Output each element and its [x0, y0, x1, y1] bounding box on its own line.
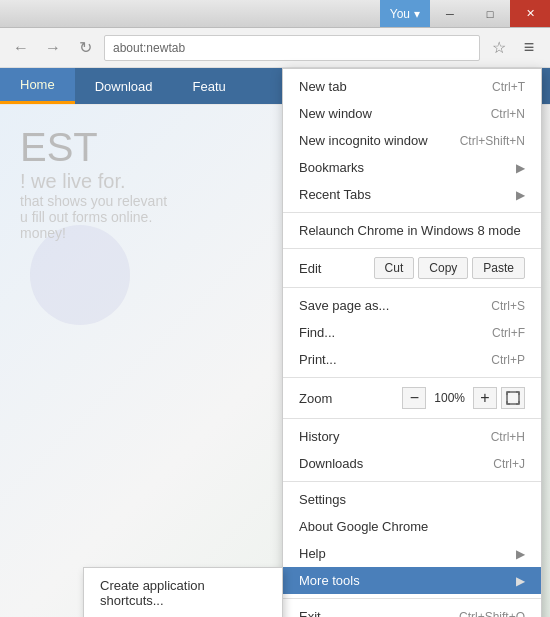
menu-item-bookmarks[interactable]: Bookmarks ▶ — [283, 154, 541, 181]
nav-tab-home[interactable]: Home — [0, 68, 75, 104]
menu-section-edit: Edit Cut Copy Paste — [283, 249, 541, 288]
menu-item-recent-tabs[interactable]: Recent Tabs ▶ — [283, 181, 541, 208]
menu-item-about[interactable]: About Google Chrome — [283, 513, 541, 540]
forward-button[interactable]: → — [40, 35, 66, 61]
menu-section-relaunch: Relaunch Chrome in Windows 8 mode — [283, 213, 541, 249]
submenu-section-1: Create application shortcuts... — [84, 568, 282, 617]
menu-item-new-tab[interactable]: New tab Ctrl+T — [283, 73, 541, 100]
menu-item-exit[interactable]: Exit Ctrl+Shift+Q — [283, 603, 541, 617]
hero-text: EST — [20, 125, 167, 170]
submenu-item-shortcuts[interactable]: Create application shortcuts... — [84, 572, 282, 614]
menu-item-print[interactable]: Print... Ctrl+P — [283, 346, 541, 373]
desc-text-2: u fill out forms online. — [20, 209, 167, 225]
copy-button[interactable]: Copy — [418, 257, 468, 279]
menu-item-downloads[interactable]: Downloads Ctrl+J — [283, 450, 541, 477]
zoom-plus-button[interactable]: + — [473, 387, 497, 409]
reload-button[interactable]: ↻ — [72, 35, 98, 61]
minimize-button[interactable]: ─ — [430, 0, 470, 27]
menu-item-help[interactable]: Help ▶ — [283, 540, 541, 567]
window-controls: ─ □ ✕ — [430, 0, 550, 27]
menu-section-history: History Ctrl+H Downloads Ctrl+J — [283, 419, 541, 482]
address-bar[interactable]: about:newtab — [104, 35, 480, 61]
zoom-fullscreen-button[interactable] — [501, 387, 525, 409]
maximize-button[interactable]: □ — [470, 0, 510, 27]
cut-button[interactable]: Cut — [374, 257, 415, 279]
close-button[interactable]: ✕ — [510, 0, 550, 27]
zoom-row: Zoom − 100% + — [283, 382, 541, 414]
menu-item-history[interactable]: History Ctrl+H — [283, 423, 541, 450]
menu-item-settings[interactable]: Settings — [283, 486, 541, 513]
more-tools-submenu: Create application shortcuts... Extensio… — [83, 567, 283, 617]
menu-item-relaunch[interactable]: Relaunch Chrome in Windows 8 mode — [283, 217, 541, 244]
back-button[interactable]: ← — [8, 35, 34, 61]
bookmark-star-icon[interactable]: ☆ — [486, 35, 512, 61]
sub-text: ! we live for. — [20, 170, 167, 193]
menu-item-save-page[interactable]: Save page as... Ctrl+S — [283, 292, 541, 319]
menu-item-find[interactable]: Find... Ctrl+F — [283, 319, 541, 346]
paste-button[interactable]: Paste — [472, 257, 525, 279]
svg-rect-0 — [507, 392, 519, 404]
user-profile[interactable]: You ▾ — [380, 0, 430, 27]
browser-toolbar: ← → ↻ about:newtab ☆ ≡ — [0, 28, 550, 68]
nav-tab-features[interactable]: Featu — [173, 68, 246, 104]
chrome-menu-icon[interactable]: ≡ — [516, 35, 542, 61]
nav-tab-download[interactable]: Download — [75, 68, 173, 104]
menu-section-new: New tab Ctrl+T New window Ctrl+N New inc… — [283, 69, 541, 213]
title-bar: You ▾ ─ □ ✕ — [0, 0, 550, 28]
hero-text-block: EST ! we live for. that shows you releva… — [20, 125, 167, 241]
user-label: You — [390, 7, 410, 21]
zoom-minus-button[interactable]: − — [402, 387, 426, 409]
toolbar-icons: ☆ ≡ — [486, 35, 542, 61]
user-dropdown-icon: ▾ — [414, 7, 420, 21]
desc-text-1: that shows you relevant — [20, 193, 167, 209]
menu-item-incognito[interactable]: New incognito window Ctrl+Shift+N — [283, 127, 541, 154]
url-text: about:newtab — [113, 41, 185, 55]
chrome-dropdown-menu: New tab Ctrl+T New window Ctrl+N New inc… — [282, 68, 542, 617]
menu-section-exit: Exit Ctrl+Shift+Q — [283, 599, 541, 617]
menu-item-new-window[interactable]: New window Ctrl+N — [283, 100, 541, 127]
menu-section-settings: Settings About Google Chrome Help ▶ More… — [283, 482, 541, 599]
desc-text-3: money! — [20, 225, 167, 241]
menu-section-zoom: Zoom − 100% + — [283, 378, 541, 419]
menu-section-page: Save page as... Ctrl+S Find... Ctrl+F Pr… — [283, 288, 541, 378]
menu-item-more-tools[interactable]: More tools ▶ Create application shortcut… — [283, 567, 541, 594]
edit-row: Edit Cut Copy Paste — [283, 253, 541, 283]
